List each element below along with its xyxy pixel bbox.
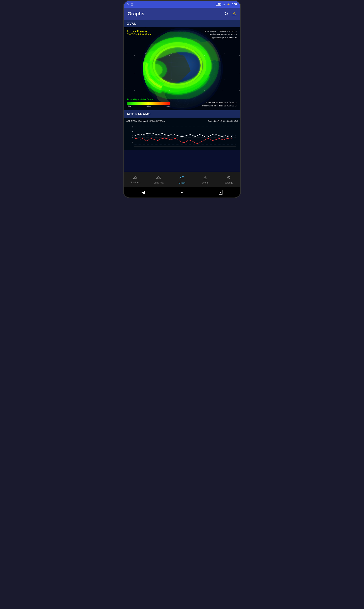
globe-container[interactable]: Aurora Forecast OVATION-Prime Model Fore… <box>124 27 240 110</box>
svg-point-7 <box>236 62 236 62</box>
ace-graph-container[interactable]: ACE RTSW (Estimated) MAG & SWEPAM Begin:… <box>124 118 240 150</box>
ace-graph-title: ACE RTSW (Estimated) MAG & SWEPAM <box>126 120 165 122</box>
probability-percentages: 10% 50% 90% <box>127 105 170 107</box>
warning-button[interactable]: ⚠ <box>232 11 236 17</box>
main-content: OVAL Aurora Forecast OVATION-Prime Model… <box>124 20 240 172</box>
ace-graph-svg: # (gsm) 6 4 2 0 -2 <box>126 123 238 148</box>
probability-bar-gradient <box>127 102 170 105</box>
svg-text:0: 0 <box>132 137 133 139</box>
aurora-globe-svg <box>124 27 240 110</box>
nav-item-settings[interactable]: ⚙ Settings <box>217 175 240 184</box>
prob-50-label: 50% <box>147 105 151 107</box>
aurora-model: OVATION-Prime Model <box>127 33 151 36</box>
ace-graph-header: ACE RTSW (Estimated) MAG & SWEPAM Begin:… <box>126 120 238 122</box>
svg-point-17 <box>156 80 208 88</box>
svg-text:6: 6 <box>132 126 133 128</box>
status-right: LTE ▲ ⚡ 6:59 <box>216 3 237 6</box>
svg-rect-1 <box>124 27 240 110</box>
svg-point-13 <box>142 62 222 75</box>
svg-point-22 <box>143 60 167 80</box>
svg-point-10 <box>126 88 126 88</box>
ace-section-header: ACE PARAMS <box>124 110 240 118</box>
status-bar: ⊙ ▤ LTE ▲ ⚡ 6:59 <box>124 1 240 8</box>
aurora-forecast-info: Forecast For: 2017-12-01 16:25 UT Hemisp… <box>205 30 237 39</box>
alerts-label: Alerts <box>202 181 208 184</box>
typical-range: (Typical Range 5 to 150 GW) <box>205 36 237 39</box>
phone-frame: ⊙ ▤ LTE ▲ ⚡ 6:59 Graphs ↻ ⚠ OVAL <box>123 0 241 198</box>
aurora-title: Aurora Forecast <box>127 30 151 33</box>
android-nav: ◀ ● ▪ <box>124 187 240 198</box>
settings-label: Settings <box>224 181 233 184</box>
svg-point-19 <box>147 41 208 90</box>
lte-badge: LTE <box>216 3 221 6</box>
svg-text:2: 2 <box>132 135 133 136</box>
oval-section-header: OVAL <box>124 20 240 27</box>
aurora-info-overlay: Aurora Forecast OVATION-Prime Model Fore… <box>127 30 237 39</box>
bottom-nav: Short fcst Long fcst Graph ⚠ Alerts <box>124 172 240 187</box>
svg-point-11 <box>238 88 238 88</box>
probability-label: Probability of Visible Aurora <box>127 98 237 101</box>
aurora-section: Aurora Forecast OVATION-Prime Model Fore… <box>124 27 240 110</box>
ace-begin-time: Begin: 2017-12-01 14:00:00UTC <box>208 120 238 122</box>
graph-icon <box>179 175 185 181</box>
app-bar: Graphs ↻ ⚠ <box>124 8 240 20</box>
svg-point-24 <box>142 29 222 109</box>
nav-item-graph[interactable]: Graph <box>170 175 194 184</box>
time-display: 6:59 <box>232 3 237 6</box>
svg-point-12 <box>142 29 222 109</box>
app-title: Graphs <box>128 11 144 17</box>
svg-point-15 <box>147 71 217 82</box>
forecast-for: Forecast For: 2017-12-01 16:25 UT <box>205 30 237 33</box>
ace-graph-area: # (gsm) 6 4 2 0 -2 <box>126 123 238 148</box>
svg-point-18 <box>143 38 212 94</box>
hemispheric-power: Hemispheric Power: 24.16 GW <box>205 33 237 36</box>
sd-card-icon: ▤ <box>131 3 133 6</box>
svg-point-14 <box>147 56 217 67</box>
svg-point-6 <box>127 54 127 54</box>
status-left: ⊙ ▤ <box>127 3 133 6</box>
long-fcst-icon <box>156 175 161 181</box>
nav-item-alerts[interactable]: ⚠ Alerts <box>194 175 217 184</box>
nav-item-short-fcst[interactable]: Short fcst <box>124 176 147 184</box>
nav-item-long-fcst[interactable]: Long fcst <box>147 175 170 184</box>
svg-point-21 <box>154 46 201 84</box>
recents-button[interactable]: ▪ <box>219 190 222 195</box>
long-fcst-label: Long fcst <box>154 181 164 184</box>
ace-section: ACE RTSW (Estimated) MAG & SWEPAM Begin:… <box>124 118 240 150</box>
svg-text:4: 4 <box>132 131 133 132</box>
svg-point-16 <box>156 50 208 58</box>
home-button[interactable]: ● <box>181 190 183 195</box>
back-button[interactable]: ◀ <box>142 190 145 195</box>
graph-label: Graph <box>179 181 185 184</box>
svg-point-5 <box>234 45 234 45</box>
model-run-info: Model Run at: 2017-12-01 15:56 UT Observ… <box>202 101 237 107</box>
svg-text:-2: -2 <box>132 141 133 143</box>
app-bar-actions: ↻ ⚠ <box>224 11 236 17</box>
model-run-label: Model Run at: 2017-12-01 15:56 UT <box>202 101 237 105</box>
refresh-button[interactable]: ↻ <box>224 11 228 17</box>
observation-label: Observation Time: 2017-12-01 15:55 UT <box>202 105 237 108</box>
signal-icon: ▲ <box>223 3 225 6</box>
prob-90-label: 90% <box>167 105 170 107</box>
battery-icon: ⚡ <box>227 3 230 6</box>
settings-icon: ⚙ <box>227 175 231 181</box>
alerts-icon: ⚠ <box>203 175 208 181</box>
short-fcst-icon <box>132 176 138 180</box>
camera-icon: ⊙ <box>127 3 129 6</box>
prob-10-label: 10% <box>127 105 130 107</box>
svg-point-23 <box>147 64 163 76</box>
svg-point-0 <box>142 29 222 109</box>
short-fcst-label: Short fcst <box>130 181 140 184</box>
svg-point-20 <box>151 44 205 87</box>
